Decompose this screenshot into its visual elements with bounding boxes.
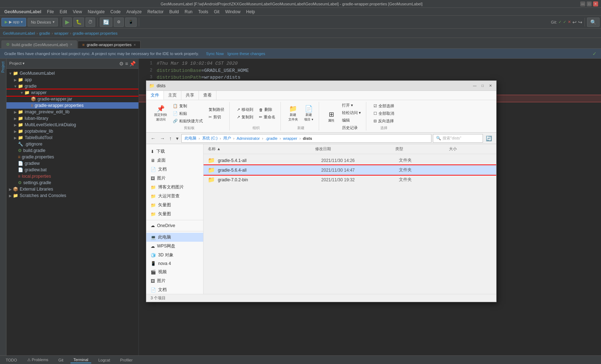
select-all-button[interactable]: ☑ 全部选择 <box>371 103 396 109</box>
fe-refresh-button[interactable]: 🔄 <box>484 135 493 142</box>
open-button[interactable]: 打开 ▾ <box>340 102 363 109</box>
debug-button[interactable]: 🐛 <box>73 18 84 27</box>
col-name-header[interactable]: 名称 ▲ <box>208 146 315 152</box>
fe-path-bar[interactable]: 此电脑 › 系统 (C:) › 用户 › Administrator › .gr… <box>181 134 431 143</box>
fe-left-3d[interactable]: 🧊 3D 对象 <box>146 251 203 260</box>
close-button[interactable]: ✕ <box>593 1 598 6</box>
search-everywhere-button[interactable]: 🔍 <box>587 18 600 27</box>
tree-item-scratches[interactable]: ▶ 📁 Scratches and Consoles <box>6 192 138 199</box>
fe-forward-button[interactable]: → <box>158 135 166 142</box>
fe-left-nova4[interactable]: 📱 nova 4 <box>146 260 203 267</box>
undo-icon[interactable]: ↩ <box>572 19 577 25</box>
tab-build-gradle[interactable]: ⚙ build.gradle (GeoMuseumLabel) × <box>1 40 77 48</box>
tree-item-gitignore[interactable]: 🔧 .gitignore <box>6 141 138 147</box>
fe-left-vector1[interactable]: 📁 矢量图 <box>146 201 203 210</box>
menu-file[interactable]: File <box>44 9 57 15</box>
tree-item-wrapper[interactable]: ▼ 📁 wrapper <box>6 89 138 96</box>
tree-item-external-libraries[interactable]: ▶ 📦 External Libraries <box>6 186 138 192</box>
fe-maximize-button[interactable]: □ <box>480 83 485 89</box>
fe-path-wrapper[interactable]: wrapper <box>283 136 297 141</box>
tree-item-local-properties[interactable]: ≡ local.properties <box>6 173 138 179</box>
run-button[interactable]: ▶ <box>63 18 72 27</box>
minimize-button[interactable]: — <box>580 1 585 6</box>
menu-analyze[interactable]: Analyze <box>123 9 145 15</box>
fe-minimize-button[interactable]: — <box>472 83 478 89</box>
project-dropdown[interactable]: Project ▾ <box>9 61 25 66</box>
tree-item-gradlew[interactable]: 📄 gradlew <box>6 160 138 167</box>
tree-arrow-multilevel[interactable]: ▶ <box>13 123 18 127</box>
bottom-tab-logcat[interactable]: Logcat <box>96 357 113 363</box>
sync-now-button[interactable]: Sync Now <box>206 51 224 56</box>
tree-item-gradle-wrapper-properties[interactable]: ≡ gradle-wrapper.properties <box>6 102 138 109</box>
menu-code[interactable]: Code <box>108 9 124 15</box>
bottom-tab-problems[interactable]: ⚠ Problems <box>24 357 52 363</box>
sidebar-tool-settings[interactable]: ≡ <box>125 61 128 67</box>
edit-button[interactable]: 编辑 <box>340 117 363 124</box>
fe-file-row-gradle564[interactable]: 📁 gradle-5.6.4-all 2021/11/30 14:47 文件夹 <box>204 165 496 175</box>
menu-help[interactable]: Help <box>243 9 258 15</box>
breadcrumb-wrapper[interactable]: wrapper <box>54 31 69 35</box>
tree-arrow-luban[interactable]: ▶ <box>13 117 18 120</box>
cut-button[interactable]: ✂ 剪切 <box>206 114 226 120</box>
breadcrumb-geomuseumlabel[interactable]: GeoMuseumLabel <box>3 31 35 35</box>
new-folder-button[interactable]: 📁 新建文件夹 <box>286 103 300 123</box>
fe-left-this-pc[interactable]: 💻 此电脑 <box>146 233 203 242</box>
fe-left-canal[interactable]: 📁 大运河普查 <box>146 192 203 201</box>
tree-arrow-tablebuildtool[interactable]: ▶ <box>13 136 18 140</box>
sync-button[interactable]: 🔄 <box>100 18 112 27</box>
app-selector[interactable]: ▶ ▶ app ▾ <box>1 18 26 26</box>
fe-left-onedrive[interactable]: ☁ OneDrive <box>146 222 203 230</box>
fe-left-vector2[interactable]: 📁 矢量图 <box>146 210 203 218</box>
history-button[interactable]: 历史记录 <box>340 124 363 131</box>
move-to-button[interactable]: ↗ 移动到 <box>235 106 255 113</box>
sidebar-tool-gear[interactable]: ⚙ <box>119 61 124 67</box>
fe-left-desktop[interactable]: 🖥 桌面 <box>146 156 203 165</box>
tree-item-app[interactable]: ▶ 📁 app <box>6 77 138 83</box>
tree-arrow-wrapper[interactable]: ▼ <box>19 91 24 95</box>
fe-recent-button[interactable]: ▾ <box>175 135 180 142</box>
fe-left-documents2[interactable]: 📄 文档 <box>146 285 203 294</box>
col-type-header[interactable]: 类型 <box>395 146 449 152</box>
new-item-button[interactable]: 📄 新建项目 ▾ <box>302 103 316 123</box>
tab-build-close[interactable]: × <box>70 43 72 46</box>
col-date-header[interactable]: 修改日期 <box>315 146 396 152</box>
fe-path-computer[interactable]: 此电脑 <box>185 136 196 141</box>
tree-item-image-preview[interactable]: ▶ 📁 image_preview_edit_lib <box>6 109 138 115</box>
fe-path-gradle[interactable]: .gradle <box>265 136 278 141</box>
tree-arrow-image-preview[interactable]: ▶ <box>13 110 18 114</box>
breadcrumb-gradle[interactable]: gradle <box>39 31 50 35</box>
fe-close-button[interactable]: ✕ <box>488 83 493 89</box>
ribbon-tab-file[interactable]: 文件 <box>146 91 164 100</box>
tree-item-build-gradle[interactable]: ⚙ build.gradle <box>6 147 138 154</box>
fe-left-pictures[interactable]: 🖼 图片 <box>146 174 203 183</box>
ribbon-tab-share[interactable]: 共享 <box>181 91 199 100</box>
pin-quick-access-button[interactable]: 📌 固定到快速访问 <box>152 103 169 123</box>
tree-arrow-geomuseumlabel[interactable]: ▼ <box>8 72 13 75</box>
fe-path-system[interactable]: 系统 (C:) <box>202 136 218 141</box>
bottom-tab-git[interactable]: Git <box>55 357 66 363</box>
breadcrumb-properties[interactable]: gradle-wrapper.properties <box>73 31 117 35</box>
delete-button[interactable]: 🗑 删除 <box>257 106 278 113</box>
tree-arrow-external-libraries[interactable]: ▶ <box>8 187 13 191</box>
fe-path-dists[interactable]: dists <box>303 136 312 141</box>
menu-run[interactable]: Run <box>182 9 195 15</box>
menu-tools[interactable]: Tools <box>195 9 211 15</box>
tree-item-settings-gradle[interactable]: ⚙ settings.gradle <box>6 179 138 186</box>
fe-up-button[interactable]: ↑ <box>168 135 173 142</box>
profile-button[interactable]: ⏱ <box>85 18 95 27</box>
tree-item-geomuseumlabel[interactable]: ▼ 📁 GeoMuseumLabel <box>6 70 138 77</box>
fe-path-users[interactable]: 用户 <box>223 136 231 141</box>
paste-button[interactable]: 📄 粘贴 <box>171 110 205 117</box>
bottom-tab-terminal[interactable]: Terminal <box>70 357 91 363</box>
menu-edit[interactable]: Edit <box>57 9 70 15</box>
copy-path-button[interactable]: 复制路径 <box>206 106 226 113</box>
invert-selection-button[interactable]: ⊟ 反向选择 <box>371 118 396 124</box>
ribbon-tab-view[interactable]: 查看 <box>199 91 216 100</box>
tree-item-gradle-wrapper-jar[interactable]: 📦 gradle-wrapper.jar <box>6 96 138 102</box>
menu-build[interactable]: Build <box>166 9 182 15</box>
tree-item-multilevel[interactable]: ▶ 📁 MultiLevelSelectLinkDialog <box>6 122 138 128</box>
tab-properties-close[interactable]: × <box>134 43 136 47</box>
project-icon[interactable]: Project <box>1 60 5 74</box>
fe-left-downloads[interactable]: ⬇ 下载 <box>146 147 203 156</box>
tab-gradle-wrapper-properties[interactable]: ≡ gradle-wrapper.properties × <box>78 41 141 48</box>
